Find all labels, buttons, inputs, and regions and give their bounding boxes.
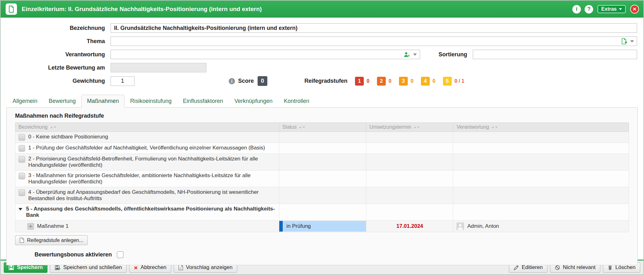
- tab-allgemein[interactable]: Allgemein: [7, 95, 43, 108]
- reifegradstufen-label: Reifegradstufen: [304, 78, 347, 84]
- criterion-form: Bezeichnung Thema Verantwortung: [1, 18, 643, 86]
- table-row[interactable]: 3 - Maßnahmen für priorisierte Geschäfts…: [15, 171, 629, 187]
- chevron-down-icon[interactable]: [413, 53, 417, 56]
- level-status-icon: [19, 173, 25, 179]
- chevron-down-icon[interactable]: [630, 40, 634, 42]
- reifegrad-badge-group: 20: [377, 77, 391, 86]
- reifegrad-4-count: 0: [433, 78, 435, 84]
- level-bezeichnung: 3 - Maßnahmen für priorisierte Geschäfts…: [28, 172, 276, 185]
- sortierung-input[interactable]: [473, 50, 637, 59]
- massnahme-bezeichnung: Maßnahme 1: [37, 223, 68, 229]
- status-badge: in Prüfung: [279, 221, 366, 232]
- thema-row: Thema: [1, 36, 637, 46]
- page-title: Einzelkriterium: II. Grundsätzliche Nach…: [22, 6, 569, 13]
- tab-einflussfaktoren[interactable]: Einflussfaktoren: [177, 95, 229, 108]
- tab-verknuepfungen[interactable]: Verknüpfungen: [229, 95, 278, 108]
- close-icon[interactable]: ×: [630, 5, 639, 14]
- collapse-caret-icon[interactable]: [19, 208, 22, 210]
- table-row[interactable]: 2 - Priorisierung Geschäftsfeld-Betroffe…: [15, 154, 629, 171]
- info-icon[interactable]: i: [572, 5, 581, 14]
- verantwortung-value: Admin, Anton: [467, 223, 499, 229]
- gewichtung-input[interactable]: [111, 76, 134, 86]
- add-document-icon[interactable]: [621, 38, 627, 44]
- sort-icon: [299, 126, 305, 128]
- column-header-umsetzungstermin[interactable]: Umsetzungstermin: [366, 123, 453, 132]
- column-header-verantwortung[interactable]: Verantwortung: [453, 123, 629, 132]
- bewertungsbonus-row: Bewertungsbonus aktivieren: [35, 251, 629, 258]
- thema-label: Thema: [1, 38, 111, 45]
- einzelkriterium-window: Einzelkriterium: II. Grundsätzliche Nach…: [0, 0, 644, 275]
- bewertungsbonus-checkbox[interactable]: [117, 251, 123, 258]
- add-person-icon[interactable]: [404, 51, 410, 58]
- reifegrad-2-count: 0: [389, 78, 391, 84]
- letzte-bewertung-row: Letzte Bewertung am: [1, 63, 637, 72]
- column-header-bezeichnung[interactable]: Bezeichnung: [15, 123, 279, 132]
- letzte-bewertung-input: [111, 63, 206, 72]
- level-status-icon: [19, 145, 25, 152]
- level-status-icon: [19, 156, 25, 163]
- sort-icon: [50, 126, 56, 128]
- extras-label: Extras: [601, 6, 617, 12]
- bezeichnung-label: Bezeichnung: [1, 25, 111, 31]
- level-bezeichnung: 0 - Keine sichtbare Positionierung: [28, 134, 108, 140]
- new-document-icon: [19, 238, 24, 243]
- reifegrad-badge-group: 40: [421, 77, 435, 86]
- level-status-icon: [19, 189, 25, 196]
- reifegrad-2-badge: 2: [377, 77, 386, 86]
- sortierung-label: Sortierung: [420, 51, 473, 58]
- tab-risikoeinstufung[interactable]: Risikoeinstufung: [124, 95, 177, 108]
- table-header-row: Bezeichnung Status Umsetzungstermin Vera…: [15, 123, 629, 132]
- score-cluster: i Score 0 Reifegradstufen 10 20 30 40 50…: [229, 76, 464, 86]
- table-row[interactable]: 0 - Keine sichtbare Positionierung: [15, 132, 629, 143]
- tab-bar: Allgemein Bewertung Maßnahmen Risikoeins…: [1, 94, 643, 107]
- reifegrad-4-badge: 4: [421, 77, 430, 86]
- table-row[interactable]: 1 - Prüfung der Geschäftsfelder auf Nach…: [15, 143, 629, 154]
- table-row-measure[interactable]: Maßnahme 1 in Prüfung 17.01.2024 Admin, …: [15, 221, 629, 232]
- circle-slash-icon: [555, 265, 560, 270]
- reifegrad-badge-group: 50 / 1: [443, 77, 464, 86]
- tab-massnahmen[interactable]: Maßnahmen: [81, 95, 124, 108]
- reifegrad-badge-group: 30: [399, 77, 413, 86]
- massnahme-icon: [27, 223, 34, 230]
- bewertungsbonus-label: Bewertungsbonus aktivieren: [35, 251, 112, 258]
- level-bezeichnung: 1 - Prüfung der Geschäftsfelder auf Nach…: [28, 145, 265, 151]
- reifegrad-5-count: 0 / 1: [455, 78, 464, 84]
- bezeichnung-input[interactable]: [111, 23, 637, 33]
- tab-bewertung[interactable]: Bewertung: [43, 95, 81, 108]
- verantwortung-input[interactable]: [111, 50, 420, 59]
- score-info-icon[interactable]: i: [229, 78, 235, 84]
- column-header-status[interactable]: Status: [279, 123, 366, 132]
- add-reifegradstufe-label: Reifegradstufe anlegen...: [27, 238, 83, 243]
- level-status-icon: [19, 134, 25, 141]
- table-row-expanded[interactable]: 5 - Anpassung des Geschäftsmodells, öffe…: [15, 204, 629, 221]
- gewichtung-label: Gewichtung: [1, 78, 111, 84]
- help-icon[interactable]: ?: [585, 5, 593, 14]
- trash-icon: [608, 265, 613, 270]
- score-label: Score: [238, 78, 254, 84]
- bezeichnung-row: Bezeichnung: [1, 23, 637, 33]
- verantwortung-label: Verantwortung: [1, 51, 111, 58]
- letzte-bewertung-label: Letzte Bewertung am: [1, 65, 111, 71]
- massnahmen-panel: Maßnahmen nach Reifegradstufe Bezeichnun…: [6, 107, 638, 265]
- verantwortung-row: Verantwortung Sortierung: [1, 50, 637, 59]
- document-icon: [6, 3, 17, 15]
- extras-button[interactable]: Extras: [598, 5, 626, 13]
- tab-kontrollen[interactable]: Kontrollen: [278, 95, 315, 108]
- gewichtung-row: Gewichtung i Score 0 Reifegradstufen 10 …: [1, 76, 637, 86]
- save-close-icon: [55, 265, 60, 270]
- massnahmen-table: Bezeichnung Status Umsetzungstermin Vera…: [15, 122, 629, 232]
- pencil-icon: [514, 265, 519, 270]
- level-bezeichnung: 5 - Anpassung des Geschäftsmodells, öffe…: [26, 206, 276, 218]
- section-title: Maßnahmen nach Reifegradstufe: [15, 113, 629, 119]
- suggestion-document-icon: [178, 265, 183, 270]
- thema-input[interactable]: [111, 36, 637, 46]
- sort-icon: [492, 126, 498, 128]
- sort-icon: [414, 126, 420, 128]
- avatar: [456, 222, 464, 230]
- table-row[interactable]: 4 - Überprüfung auf Anpassungsbedarf des…: [15, 187, 629, 204]
- reifegrad-1-badge: 1: [355, 77, 364, 86]
- reifegrad-5-badge: 5: [443, 77, 452, 86]
- thema-field: [111, 36, 637, 46]
- score-badge: 0: [258, 76, 267, 86]
- add-reifegradstufe-button[interactable]: Reifegradstufe anlegen...: [15, 235, 88, 245]
